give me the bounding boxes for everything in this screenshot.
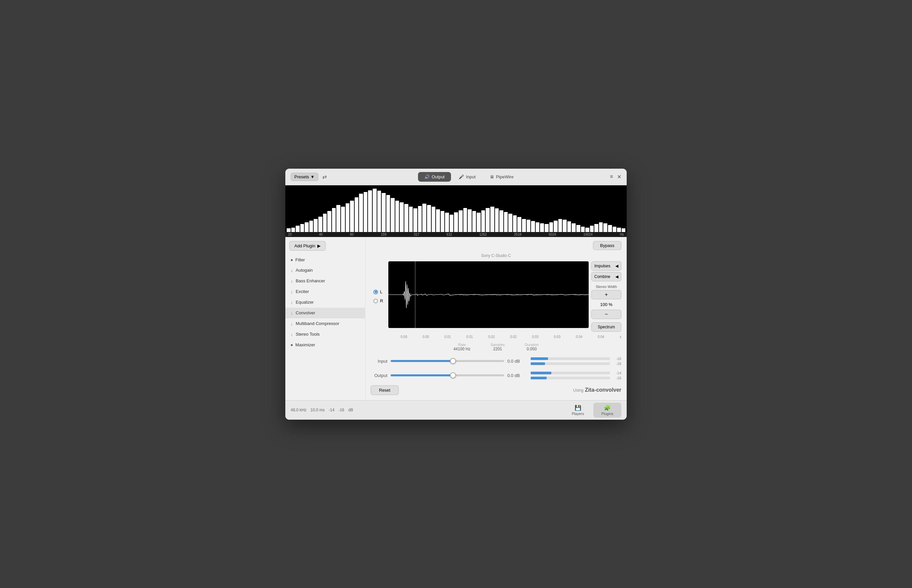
- spectrum-bar: [345, 204, 350, 232]
- stereo-width-minus[interactable]: −: [591, 310, 621, 319]
- combine-button[interactable]: Combine ◀: [591, 272, 621, 281]
- input-vu-top-db: -16: [612, 357, 621, 361]
- convolver-waveform: [388, 261, 589, 328]
- spectrum-bar: [490, 207, 494, 232]
- input-vu-bot-fill: [531, 362, 545, 365]
- add-plugin-button[interactable]: Add Plugin ▶: [289, 241, 326, 251]
- sidebar-item-autogain[interactable]: ↓ Autogain: [285, 265, 365, 276]
- channel-R-radio[interactable]: R: [373, 298, 383, 303]
- spectrum-bar: [454, 212, 458, 232]
- tab-plugins[interactable]: 🧩 Plugins: [593, 403, 621, 418]
- sidebar-item-multiband-compressor[interactable]: ↓ Multiband Compressor: [285, 318, 365, 329]
- output-value: 0.0 dB: [507, 373, 527, 378]
- t8: 0.04: [576, 335, 582, 339]
- spectrum-bar: [395, 201, 399, 232]
- autogain-icon: ↓: [291, 268, 293, 273]
- combine-arrow: ◀: [615, 274, 618, 279]
- presets-button[interactable]: Presets ▼: [291, 173, 318, 181]
- waveform-svg: [388, 261, 589, 328]
- output-vu-bot-fill: [531, 377, 547, 379]
- minus-icon: −: [605, 311, 608, 317]
- channel-R-circle: [373, 299, 378, 303]
- spectrum-bar: [327, 211, 331, 232]
- input-vu-bot: -18: [531, 362, 621, 366]
- sidebar-item-filter[interactable]: ■ Filter: [285, 255, 365, 265]
- presets-arrow: ▼: [310, 174, 315, 179]
- stats-row: Rate 44100 Hz Samples 2201 Duration 0.05…: [371, 341, 621, 353]
- spectrum-bar: [341, 207, 345, 232]
- duration-value: 0.050: [525, 347, 539, 351]
- bottom-tabs: 💾 Players 🧩 Plugins: [564, 403, 621, 418]
- input-slider-thumb: [450, 358, 456, 364]
- title-bar: Presets ▼ ⇄ 🔊 Output 🎤 Input 🖥 PipeWire: [285, 169, 627, 185]
- spectrum-visualizer: [285, 185, 627, 232]
- spectrum-bar: [549, 222, 553, 232]
- title-bar-center: 🔊 Output 🎤 Input 🖥 PipeWire: [418, 172, 520, 182]
- spectrum-bar: [332, 208, 336, 232]
- reset-label: Reset: [379, 388, 390, 393]
- sidebar-item-stereo-tools[interactable]: ↓ Stereo Tools: [285, 329, 365, 340]
- sidebar-item-label: Bass Enhancer: [296, 278, 325, 283]
- bottom-bar: 48.0 kHz 10.0 ms -14 -16 dB 💾 Players 🧩 …: [285, 400, 627, 420]
- menu-button[interactable]: ≡: [610, 174, 613, 180]
- pipewire-icon: 🖥: [490, 174, 494, 179]
- channel-L-radio[interactable]: L: [373, 289, 383, 294]
- tab-pipewire[interactable]: 🖥 PipeWire: [483, 172, 520, 182]
- samples-label: Samples: [491, 342, 505, 347]
- channel-R-label: R: [380, 298, 383, 303]
- close-button[interactable]: ✕: [617, 174, 621, 180]
- t-unit: s: [620, 335, 621, 339]
- stereo-width-plus[interactable]: +: [591, 290, 621, 299]
- tab-output[interactable]: 🔊 Output: [418, 172, 451, 182]
- sidebar-item-bass-enhancer[interactable]: ↓ Bass Enhancer: [285, 276, 365, 286]
- spectrum-bar: [571, 223, 576, 232]
- using-value: Zita-convolver: [585, 387, 621, 393]
- output-icon: 🔊: [425, 174, 430, 179]
- spectrum-bar: [458, 210, 463, 232]
- tab-players[interactable]: 💾 Players: [564, 403, 592, 418]
- input-icon: 🎤: [458, 174, 464, 179]
- output-slider-track[interactable]: [391, 374, 504, 376]
- output-vu-bot-track: [531, 377, 610, 379]
- bypass-button[interactable]: Bypass: [593, 241, 621, 250]
- impulses-button[interactable]: Impulses ◀: [591, 261, 621, 271]
- spectrum-bar: [404, 204, 408, 232]
- sidebar-item-maximizer[interactable]: ■ Maximizer: [285, 340, 365, 350]
- convolver-display-row: L R: [371, 261, 621, 332]
- freq-40: 40: [319, 233, 323, 236]
- freq-80: 80: [350, 233, 354, 236]
- output-vu-top-track: [531, 372, 610, 374]
- spectrum-bar: [391, 198, 395, 232]
- tab-input[interactable]: 🎤 Input: [452, 172, 482, 182]
- reset-button[interactable]: Reset: [371, 385, 399, 395]
- output-vu-bot-db: -16: [612, 376, 621, 380]
- input-slider-track[interactable]: [391, 360, 504, 362]
- spectrum-bar: [445, 213, 449, 232]
- maximizer-icon: ■: [291, 343, 293, 347]
- plus-icon: +: [605, 292, 608, 297]
- spectrum-bar: [441, 211, 445, 232]
- t2: 0.01: [444, 335, 451, 339]
- spectrum-bar: [495, 208, 499, 232]
- spectrum-bar: [355, 197, 359, 232]
- freq-10024: 10024: [583, 233, 593, 236]
- sidebar-item-equalizer[interactable]: ↓ Equalizer: [285, 297, 365, 308]
- stat-db-unit: dB: [348, 408, 354, 412]
- spectrum-button[interactable]: Spectrum: [591, 322, 621, 332]
- sidebar-item-label: Exciter: [296, 289, 309, 294]
- sidebar-item-exciter[interactable]: ↓ Exciter: [285, 286, 365, 297]
- spectrum-bar: [382, 193, 386, 232]
- input-vu-top-fill: [531, 357, 548, 360]
- spectrum-bar: [508, 214, 512, 232]
- input-slider-fill: [391, 360, 453, 362]
- spectrum-bar: [314, 219, 318, 232]
- bass-enhancer-icon: ↓: [291, 278, 293, 284]
- shuffle-button[interactable]: ⇄: [321, 172, 328, 181]
- spectrum-bar: [468, 209, 472, 232]
- spectrum-bar: [364, 192, 368, 232]
- spectrum-bar: [309, 221, 313, 232]
- freq-159: 159: [381, 233, 387, 236]
- sidebar-item-convolver[interactable]: ↓ Convolver: [285, 308, 365, 318]
- output-slider-fill: [391, 374, 453, 376]
- plugins-label: Plugins: [601, 412, 613, 416]
